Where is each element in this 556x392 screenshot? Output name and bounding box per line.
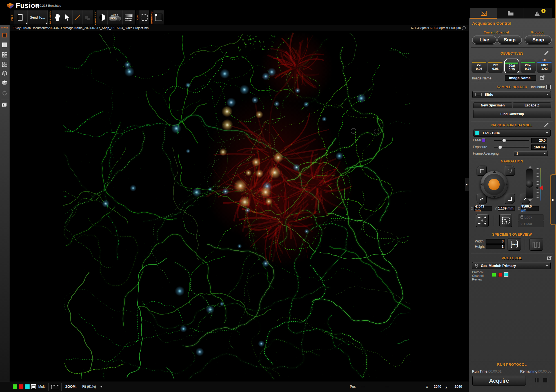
sidebar-grid-view[interactable] bbox=[2, 52, 8, 58]
display-channel-cyan[interactable] bbox=[25, 384, 30, 389]
select-arrow-tool[interactable] bbox=[62, 10, 72, 24]
image-name-label: Image Name bbox=[472, 76, 491, 80]
sidebar-single-view-active[interactable] bbox=[2, 32, 8, 38]
aoi-select-button[interactable] bbox=[139, 10, 149, 24]
display-channel-red[interactable] bbox=[19, 384, 24, 389]
z-up-arrow-icon[interactable] bbox=[528, 166, 532, 168]
tab-files[interactable] bbox=[497, 8, 524, 19]
laser-slider-thumb[interactable] bbox=[502, 139, 506, 142]
panel-collapse-handle[interactable]: ▶ bbox=[465, 178, 469, 191]
objective-5[interactable]: Oil 60x/1.42 bbox=[537, 59, 552, 73]
levels-button[interactable] bbox=[123, 10, 135, 24]
zoom-value-dropdown[interactable]: Fit (61%) bbox=[82, 385, 96, 389]
stage-move-xy-button[interactable] bbox=[477, 194, 487, 204]
sidebar-grid-view-alt[interactable] bbox=[2, 61, 8, 67]
exposure-value[interactable]: 160 ms bbox=[531, 144, 547, 150]
sidebar-gallery[interactable] bbox=[2, 102, 8, 108]
meander-scan-button[interactable] bbox=[530, 238, 543, 251]
lock-button[interactable]: Lock bbox=[518, 214, 544, 220]
objective-2[interactable]: 2x/0.06 bbox=[488, 59, 503, 73]
z-label: Z bbox=[518, 207, 520, 211]
objective-4[interactable]: 20x/0.75 bbox=[521, 59, 536, 73]
find-coverslip-button[interactable]: Find Coverslip bbox=[473, 110, 551, 118]
protocol-dropdown[interactable]: Gez Munich Primary bbox=[472, 262, 551, 269]
stage-corner-bottom-right-button[interactable] bbox=[505, 194, 515, 204]
paste-dropdown-caret[interactable] bbox=[25, 23, 27, 24]
pan-hand-tool[interactable] bbox=[52, 10, 62, 24]
height-input[interactable]: 3 bbox=[486, 244, 505, 249]
tab-acquisition[interactable] bbox=[470, 8, 497, 19]
paste-button[interactable] bbox=[14, 10, 28, 24]
side-flyout-tab[interactable]: ▶ bbox=[550, 174, 556, 225]
region-markers-button[interactable] bbox=[499, 214, 512, 227]
acquire-button[interactable]: Acquire bbox=[472, 376, 526, 386]
sample-holder-dropdown[interactable]: Slide bbox=[472, 91, 551, 98]
zoom-caret-icon[interactable] bbox=[100, 386, 103, 387]
line-tool[interactable] bbox=[73, 10, 83, 24]
cursor-x-value: 2040 bbox=[434, 385, 441, 389]
snap-protocol-button[interactable]: Snap bbox=[525, 35, 552, 44]
image-name-input[interactable]: Image Name bbox=[505, 75, 536, 81]
z-tick-marks bbox=[537, 168, 539, 200]
display-channel-green[interactable] bbox=[12, 384, 17, 389]
stop-button[interactable] bbox=[543, 378, 547, 382]
objective-3-selected[interactable]: 20x/0.75 bbox=[504, 59, 519, 73]
sidebar-reset-view[interactable] bbox=[2, 90, 8, 96]
laser-value[interactable]: 20.0 bbox=[531, 138, 547, 143]
edit-nav-channel-pencil-icon[interactable] bbox=[544, 122, 549, 128]
clear-button[interactable]: × Clear bbox=[518, 221, 544, 227]
incubator-checkbox[interactable] bbox=[546, 85, 551, 89]
image-name-external-icon[interactable] bbox=[540, 75, 545, 80]
y-position-value[interactable]: 1.139 mm bbox=[498, 206, 515, 211]
edit-objectives-pencil-icon[interactable] bbox=[544, 50, 549, 56]
z-down-arrow-icon[interactable] bbox=[528, 199, 532, 202]
width-input[interactable]: 3 bbox=[486, 239, 505, 244]
exposure-slider-thumb[interactable] bbox=[498, 145, 502, 149]
target-circle-icon bbox=[508, 169, 512, 173]
auto-contrast-toggle[interactable]: AUTO OFF bbox=[108, 10, 123, 24]
sidebar-single-view[interactable] bbox=[2, 42, 8, 48]
send-to-button[interactable]: Send To... bbox=[28, 10, 48, 24]
review-channel-cyan-selected[interactable] bbox=[504, 272, 508, 277]
sidebar-layers-view[interactable] bbox=[2, 70, 8, 76]
z-position-value[interactable]: 9566.6 µm bbox=[521, 206, 539, 211]
review-channel-red[interactable] bbox=[498, 273, 502, 277]
display-channel-white[interactable] bbox=[31, 384, 36, 389]
nav-channel-dropdown[interactable]: EPI - Blue bbox=[473, 130, 551, 137]
escape-z-button[interactable]: Escape Z bbox=[513, 103, 551, 108]
microscopy-image[interactable] bbox=[10, 31, 469, 382]
z-target-marker-icon[interactable] bbox=[539, 185, 543, 191]
polygon-tool[interactable] bbox=[83, 10, 93, 24]
objective-1[interactable]: 2x/0.06 bbox=[472, 59, 487, 73]
review-channel-green[interactable] bbox=[492, 273, 496, 277]
multi-channel-toggle[interactable]: Multi bbox=[38, 385, 45, 389]
z-slider-knob[interactable] bbox=[526, 180, 533, 188]
x-position-value[interactable]: -2.643 mm bbox=[474, 206, 492, 211]
toolbar-drawing-section: DRAWING bbox=[48, 10, 93, 24]
snap-current-button[interactable]: Snap bbox=[497, 35, 522, 44]
xy-joystick[interactable] bbox=[481, 171, 508, 198]
tab-alerts[interactable]: 1 bbox=[524, 8, 552, 19]
stage-target-button[interactable] bbox=[505, 166, 515, 176]
scalebar-ruler-icon[interactable] bbox=[51, 385, 59, 389]
frame-averaging-dropdown[interactable]: 1 bbox=[514, 151, 548, 156]
toolbar-running-label: RUNNING bbox=[150, 10, 154, 24]
laser-color-swatch[interactable] bbox=[482, 139, 485, 142]
wxh-overview-button[interactable]: W×H bbox=[508, 238, 521, 251]
protocol-external-icon[interactable] bbox=[547, 255, 552, 260]
new-specimen-button[interactable]: New Specimen bbox=[473, 103, 512, 108]
info-icon[interactable]: i bbox=[462, 26, 466, 30]
live-button[interactable]: Live bbox=[472, 35, 497, 44]
contrast-button[interactable] bbox=[97, 10, 108, 24]
joystick-knob[interactable] bbox=[488, 179, 500, 190]
auto-toggle-knob: OFF bbox=[110, 17, 117, 21]
running-region-button[interactable] bbox=[154, 10, 164, 24]
laser-slider-track[interactable] bbox=[494, 140, 529, 141]
toolbar-aoi-section: AOI bbox=[136, 10, 149, 24]
send-to-dropdown-caret[interactable] bbox=[45, 23, 47, 24]
run-protocol-header: RUN PROTOCOL bbox=[469, 363, 555, 367]
pause-button[interactable] bbox=[535, 378, 539, 382]
auto-toggle-pill[interactable]: OFF bbox=[109, 16, 121, 21]
sidebar-3d-view[interactable] bbox=[2, 80, 8, 86]
mark-positions-button[interactable] bbox=[476, 214, 489, 227]
